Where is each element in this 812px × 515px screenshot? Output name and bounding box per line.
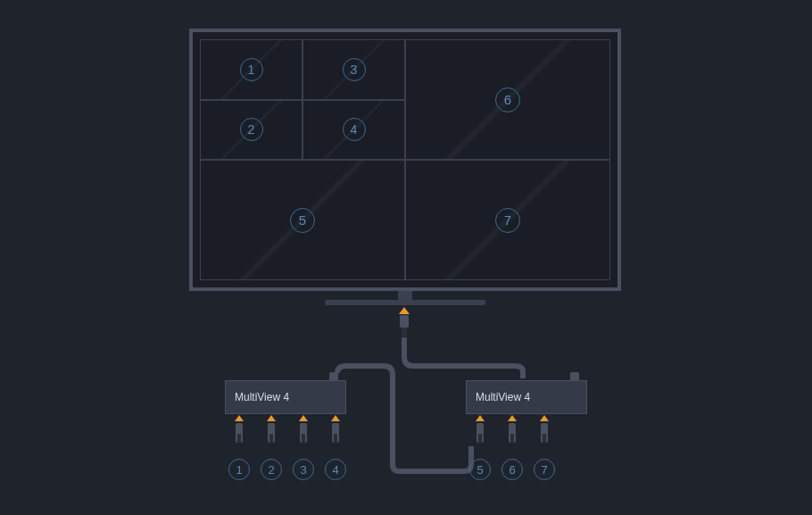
device-right: MultiView 4 [466,380,587,414]
screen-tile-1: 1 [200,39,302,100]
connector-plug [476,423,484,443]
connector-plug [332,423,339,443]
connector-plug [400,315,409,328]
device-right-inputs: 5 6 7 [473,415,551,480]
tile-label: 1 [240,58,263,81]
input-label: 6 [501,459,523,480]
connector-plug [541,423,548,443]
connector-arrow-icon [299,415,308,421]
connector-arrow-icon [331,415,340,421]
screen-tile-5: 5 [200,160,405,280]
monitor-input-connector [399,307,410,336]
device-output-port [570,372,579,381]
connector-arrow-icon [235,415,244,421]
screen-tile-2: 2 [200,100,302,161]
connector-arrow-icon [476,415,485,421]
input-port: 7 [537,415,551,480]
connector-plug [509,423,516,443]
monitor-screen: 1 2 3 4 5 6 7 [200,39,610,280]
input-port: 2 [264,415,278,480]
monitor-stand-neck [398,291,412,300]
tile-label: 7 [495,208,520,233]
tile-label: 6 [495,87,520,112]
input-label: 7 [534,459,555,480]
device-label: MultiView 4 [476,391,530,403]
device-label: MultiView 4 [235,391,289,403]
screen-tile-7: 7 [405,160,610,280]
connector-plug [268,423,275,443]
device-left-inputs: 1 2 3 4 [232,415,343,480]
connector-arrow-icon [508,415,517,421]
input-port: 6 [505,415,519,480]
connector-plug [236,423,243,443]
tile-label: 2 [240,118,263,141]
monitor-stand-base [325,300,485,305]
input-label: 4 [325,459,346,480]
connector-plug-body [402,328,407,336]
connector-arrow-icon [267,415,276,421]
monitor: 1 2 3 4 5 6 7 [189,29,621,291]
connector-arrow-icon [399,307,410,314]
input-label: 5 [469,459,491,480]
device-output-port [329,372,338,381]
input-port: 1 [232,415,246,480]
tile-label: 5 [290,208,315,233]
input-port: 3 [296,415,311,480]
tile-label: 3 [343,58,366,81]
input-port: 4 [328,415,343,480]
tile-label: 4 [343,118,366,141]
input-label: 2 [261,459,282,480]
screen-tile-4: 4 [302,100,405,161]
screen-tile-6: 6 [405,39,610,160]
connector-arrow-icon [540,415,549,421]
screen-tile-3: 3 [302,39,405,100]
device-left: MultiView 4 [225,380,346,414]
input-port: 5 [473,415,487,480]
input-label: 1 [228,459,250,480]
input-label: 3 [293,459,314,480]
connector-plug [300,423,307,443]
